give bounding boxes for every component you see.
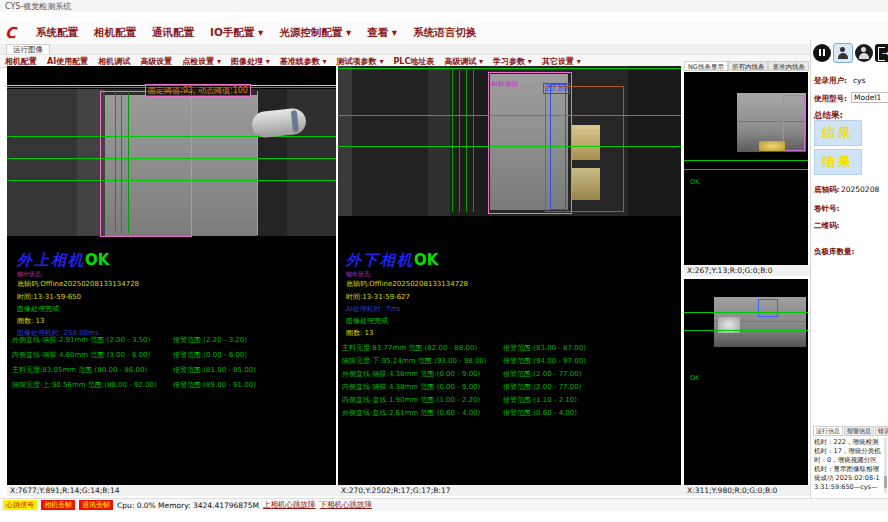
result-box-1: 结果 [814, 120, 862, 146]
left-camera-view[interactable]: 固定阈值:93, 动态阈值:100 外上相机OK 输出状态: 底轴码:Offli… [7, 66, 336, 485]
user-icon [861, 47, 866, 52]
tab-baseline-inner-lines[interactable]: 基准内线条 [768, 61, 809, 71]
lower-camera-alert: 下相机心跳故障 [320, 500, 373, 510]
tab-alarm-info[interactable]: 报警信息 [844, 426, 874, 436]
bright-window-1 [572, 125, 600, 160]
login-user-label: 登录用户: [814, 76, 847, 86]
model-select[interactable]: Model1 [851, 92, 888, 103]
process-done-text: 图像处理完成 [346, 316, 388, 326]
small1-coords-bar: X:267;Y:13;R:0;G:0;B:0 [684, 265, 811, 276]
tool-other-settings[interactable]: 其它设置 ▾ [537, 56, 586, 67]
tool-learning-params[interactable]: 学习参数 ▾ [488, 56, 537, 67]
tab-ng-lines[interactable]: NG线条显示 [684, 61, 728, 71]
small2-coords-bar: X:311;Y:980;R:0;G:0;B:0 [684, 485, 811, 496]
bottom-axis-code-label: 底轴码: [814, 185, 840, 195]
alarm-text: 报警范围:(94.00 - 97.00) [503, 356, 586, 366]
log-scrollbar[interactable] [884, 438, 887, 493]
tool-test-params[interactable]: 测试项参数 ▾ [332, 56, 389, 67]
admin-user-button[interactable] [855, 44, 873, 62]
tool-advanced-settings[interactable]: 高级设置 [135, 56, 177, 67]
turns-text: 圈数: 13 [17, 316, 45, 326]
upper-camera-alert: 上相机心跳故障 [263, 500, 316, 510]
measure-line-2 [338, 146, 681, 147]
menu-language-switch[interactable]: 系统语言切换 [405, 26, 484, 40]
menu-light-config[interactable]: 光源控制配置 ▾ [271, 26, 359, 40]
tool-plc-address[interactable]: PLC地址表 [388, 56, 439, 67]
measure-line-1 [684, 160, 808, 161]
tool-image-processing[interactable]: 图像处理 ▾ [226, 56, 275, 67]
roller-ring [291, 110, 299, 133]
alarm-text: 报警范围:(0.60 - 4.00) [503, 408, 577, 418]
alarm-text: 报警范围:(2.20 - 3.20) [173, 335, 247, 345]
menu-view[interactable]: 查看 ▾ [359, 26, 405, 40]
alarm-text: 报警范围:(83.00 - 87.00) [503, 343, 586, 353]
measure-line-2 [684, 169, 808, 170]
left-coords-bar: X:7677;Y:891;R:14;G:14;B:14 [7, 485, 339, 496]
output-status-text: 输出状态: [346, 270, 372, 279]
left-result-title: 外上相机OK [17, 250, 109, 270]
process-done-text: 图像处理完成 [17, 304, 59, 314]
pause-button[interactable] [813, 44, 831, 62]
menu-comm-config[interactable]: 通讯配置 [144, 26, 202, 40]
mid-camera-view[interactable]: AI检测区 20.80 外下相机OK 输出状态: 底轴码:Offline2025… [338, 66, 681, 485]
menu-io-config[interactable]: IO手配置 ▾ [202, 26, 271, 40]
tool-camera-debug[interactable]: 相机调试 [93, 56, 135, 67]
tab-error-info[interactable]: 错误信息 [875, 426, 888, 436]
roi-rect-blue [758, 299, 778, 317]
measure-vline-4 [473, 70, 474, 212]
menu-camera-config[interactable]: 相机配置 [86, 26, 144, 40]
measure-row: 外侧直线-隔膜:2.91mm 范围:(2.00 - 3.50) 报警范围:(2.… [12, 335, 332, 345]
title-bar: CYS-视觉检测系统 [0, 0, 888, 12]
log-scrollbar-thumb[interactable] [884, 476, 887, 488]
user-icon [838, 53, 848, 59]
measure-line-2 [7, 158, 336, 159]
alarm-text: 报警范围:(0.00 - 6.00) [173, 350, 247, 360]
measure-line-2 [684, 330, 808, 331]
measure-text: 隔膜宽度-上:90.56mm 范围:(88.00 - 92.00) [12, 381, 157, 389]
cpu-memory-text: Cpu: 0.0% Memory: 3424.41796875M [117, 501, 259, 510]
result-note: OK [690, 374, 699, 382]
ai-time-text: AI处理耗时: 7ms [346, 304, 400, 314]
small-camera-view-2[interactable]: OK [684, 279, 808, 485]
mid-camera-image: AI检测区 20.80 [338, 66, 681, 216]
alarm-text: 报警范围:(81.00 - 85.00) [173, 365, 256, 375]
green-guide-line [338, 68, 681, 69]
roi-rect-pink [100, 91, 192, 237]
mid-result-title: 外下相机OK [346, 250, 438, 270]
result-box-2: 结果 [814, 149, 862, 175]
menu-system-config[interactable]: 系统配置 [28, 26, 86, 40]
tool-baseline-params[interactable]: 基准线参数 ▾ [275, 56, 332, 67]
roi-rect-blue [550, 84, 566, 210]
threshold-label: 固定阈值:93, 动态阈值:100 [145, 84, 251, 97]
login-user-value: cys [853, 76, 865, 85]
window-title: CYS-视觉检测系统 [5, 1, 71, 12]
bright-spot [759, 141, 785, 151]
needle-no-label: 卷针号: [814, 204, 840, 214]
mid-coords-bar: X:270;Y:2502;R:17;G:17;B:17 [338, 485, 684, 496]
log-tabs: 运行信息 报警信息 错误信息 [813, 426, 888, 436]
mini-view-tabs: NG线条显示 所有内线条 基准内线条 [684, 61, 808, 71]
camera-name: 外上相机 [17, 251, 85, 269]
user-login-button[interactable] [833, 43, 853, 63]
heartbeat-badge: 心跳信号 [3, 500, 37, 510]
tool-advanced-debug[interactable]: 高级调试 ▾ [439, 56, 488, 67]
tool-camera-config[interactable]: 相机配置 [0, 56, 42, 67]
left-camera-image: 固定阈值:93, 动态阈值:100 [7, 84, 336, 236]
time-text: 时间:13-31-59-627 [346, 292, 410, 302]
small1-image [737, 93, 806, 152]
measure-row: 外侧直线-直线:2.61mm 范围:(0.60 - 4.00) 报警范围:(0.… [342, 408, 677, 418]
turns-text: 圈数: 13 [346, 328, 374, 338]
tool-ai-use-config[interactable]: AI使用配置 [42, 56, 93, 67]
tab-all-inner-lines[interactable]: 所有内线条 [728, 61, 769, 71]
model-label: 使用型号: [814, 94, 847, 104]
tool-spot-check[interactable]: 点检设置 ▾ [177, 56, 226, 67]
measure-line-1 [684, 312, 808, 313]
tab-run-info[interactable]: 运行信息 [813, 426, 843, 436]
roi-rect-pink [783, 95, 805, 151]
time-text: 时间:13-31-59-650 [17, 292, 81, 302]
small-camera-view-1[interactable]: OK [684, 72, 808, 265]
alarm-text: 报警范围:(89.00 - 91.00) [173, 380, 256, 390]
measure-text: 外侧直线-隔膜:2.91mm 范围:(2.00 - 3.50) [12, 336, 150, 344]
right-panel: → 登录用户: cys 使用型号: Model1 总结果: 结果 结果 底轴码:… [810, 40, 888, 498]
exit-button[interactable]: → [875, 44, 888, 62]
